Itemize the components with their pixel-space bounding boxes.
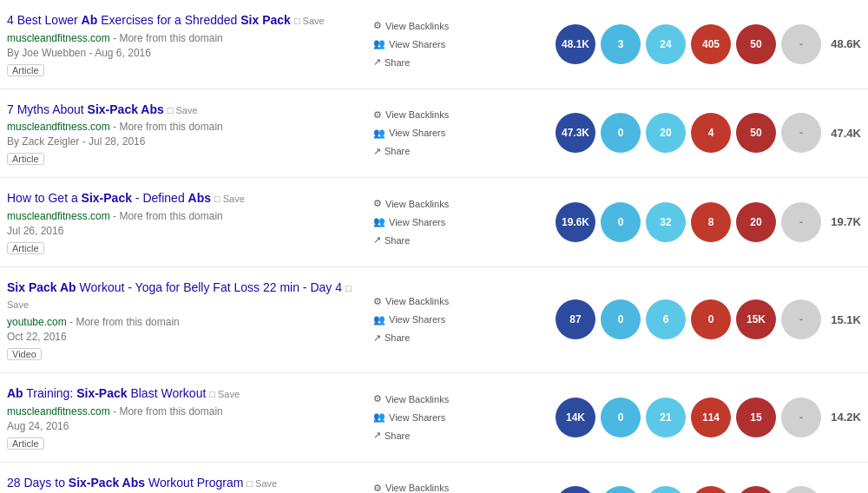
stat-total: 47.4K bbox=[826, 127, 861, 140]
result-stats: 19.6K032820-19.7K bbox=[469, 187, 868, 258]
stat-circle-2: 21 bbox=[646, 398, 686, 437]
result-author-date: By Joe Wuebben - Aug 6, 2016 bbox=[7, 47, 356, 59]
view-sharers-label: View Sharers bbox=[389, 314, 445, 325]
result-stats: 13.7K014232-13.8K bbox=[469, 471, 868, 493]
view-sharers-button[interactable]: 👥View Sharers bbox=[370, 36, 464, 51]
result-actions: ⚙View Backlinks👥View Sharers↗Share bbox=[365, 382, 469, 453]
stat-circle-1: 0 bbox=[601, 398, 641, 437]
result-actions: ⚙View Backlinks👥View Sharers↗Share bbox=[365, 471, 469, 493]
result-title-link[interactable]: 28 Days to Six-Pack Abs Workout Program bbox=[7, 476, 243, 490]
sharers-icon: 👥 bbox=[373, 314, 385, 325]
result-title-link[interactable]: Ab Training: Six-Pack Blast Workout bbox=[7, 386, 206, 400]
stat-total: 48.6K bbox=[826, 37, 861, 50]
result-domain: muscleandfitness.com - More from this do… bbox=[7, 210, 356, 222]
stat-circle-4: 15 bbox=[736, 398, 776, 437]
result-title: Ab Training: Six-Pack Blast Workout□ Sav… bbox=[7, 385, 356, 403]
result-title-link[interactable]: How to Get a Six-Pack - Defined Abs bbox=[7, 191, 211, 205]
backlinks-icon: ⚙ bbox=[373, 109, 382, 121]
stat-circle-2: 20 bbox=[646, 113, 686, 153]
sharers-icon: 👥 bbox=[373, 411, 385, 423]
stat-circle-2: 32 bbox=[646, 202, 686, 242]
result-row: 28 Days to Six-Pack Abs Workout Program□… bbox=[0, 463, 868, 493]
domain-link[interactable]: muscleandfitness.com bbox=[7, 121, 110, 133]
share-button[interactable]: ↗Share bbox=[370, 428, 464, 443]
stat-circle-1: 0 bbox=[601, 202, 641, 242]
result-actions: ⚙View Backlinks👥View Sharers↗Share bbox=[365, 98, 469, 169]
view-backlinks-button[interactable]: ⚙View Backlinks bbox=[370, 18, 464, 33]
view-sharers-button[interactable]: 👥View Sharers bbox=[370, 410, 464, 424]
result-type-badge: Article bbox=[7, 242, 44, 254]
result-row: Six Pack Ab Workout - Yoga for Belly Fat… bbox=[0, 267, 868, 373]
share-icon: ↗ bbox=[373, 332, 381, 344]
result-stats: 8706015K-15.1K bbox=[469, 276, 868, 364]
result-title: Six Pack Ab Workout - Yoga for Belly Fat… bbox=[7, 279, 356, 313]
share-button[interactable]: ↗Share bbox=[370, 55, 464, 69]
view-backlinks-label: View Backlinks bbox=[385, 394, 449, 404]
view-backlinks-button[interactable]: ⚙View Backlinks bbox=[370, 196, 464, 211]
view-sharers-button[interactable]: 👥View Sharers bbox=[370, 312, 464, 327]
domain-link[interactable]: muscleandfitness.com bbox=[7, 210, 110, 222]
domain-link[interactable]: muscleandfitness.com bbox=[7, 32, 110, 44]
result-left: 28 Days to Six-Pack Abs Workout Program□… bbox=[0, 471, 365, 493]
view-backlinks-label: View Backlinks bbox=[385, 296, 449, 306]
result-left: Six Pack Ab Workout - Yoga for Belly Fat… bbox=[0, 276, 365, 364]
stat-circle-5: - bbox=[781, 113, 821, 153]
stat-circle-0: 13.7K bbox=[556, 486, 595, 493]
result-row: 7 Myths About Six-Pack Abs□ Savemusclean… bbox=[0, 89, 868, 179]
domain-link[interactable]: muscleandfitness.com bbox=[7, 405, 110, 417]
stat-circle-2: 24 bbox=[646, 24, 686, 64]
share-button[interactable]: ↗Share bbox=[370, 233, 464, 247]
domain-link[interactable]: youtube.com bbox=[7, 316, 67, 328]
result-left: 4 Best Lower Ab Exercises for a Shredded… bbox=[0, 9, 365, 80]
result-title-link[interactable]: 7 Myths About Six-Pack Abs bbox=[7, 102, 164, 116]
results-container: 4 Best Lower Ab Exercises for a Shredded… bbox=[0, 0, 868, 493]
result-title-link[interactable]: Six Pack Ab Workout - Yoga for Belly Fat… bbox=[7, 280, 342, 294]
view-backlinks-button[interactable]: ⚙View Backlinks bbox=[370, 294, 464, 309]
result-row: 4 Best Lower Ab Exercises for a Shredded… bbox=[0, 0, 868, 89]
save-link[interactable]: □ Save bbox=[214, 194, 245, 204]
result-title: 4 Best Lower Ab Exercises for a Shredded… bbox=[7, 12, 356, 30]
result-type-badge: Article bbox=[7, 64, 44, 76]
view-sharers-button[interactable]: 👥View Sharers bbox=[370, 126, 464, 141]
view-backlinks-button[interactable]: ⚙View Backlinks bbox=[370, 108, 464, 122]
result-actions: ⚙View Backlinks👥View Sharers↗Share bbox=[365, 9, 469, 80]
share-icon: ↗ bbox=[373, 146, 381, 157]
stat-circle-4: 50 bbox=[736, 24, 776, 64]
stat-circle-4: 50 bbox=[736, 113, 776, 153]
view-backlinks-button[interactable]: ⚙View Backlinks bbox=[370, 481, 464, 493]
view-backlinks-button[interactable]: ⚙View Backlinks bbox=[370, 391, 464, 406]
view-backlinks-label: View Backlinks bbox=[385, 109, 449, 120]
view-sharers-label: View Sharers bbox=[389, 217, 445, 227]
save-link[interactable]: □ Save bbox=[209, 389, 240, 399]
share-button[interactable]: ↗Share bbox=[370, 144, 464, 159]
result-left: How to Get a Six-Pack - Defined Abs□ Sav… bbox=[0, 187, 365, 258]
result-title-link[interactable]: 4 Best Lower Ab Exercises for a Shredded… bbox=[7, 13, 291, 27]
stat-circle-5: - bbox=[781, 24, 821, 64]
stat-circle-2: 6 bbox=[646, 299, 686, 339]
result-type-badge: Video bbox=[7, 348, 42, 360]
result-stats: 47.3K020450-47.4K bbox=[469, 98, 868, 169]
stat-circle-1: 0 bbox=[601, 299, 641, 339]
save-link[interactable]: □ Save bbox=[168, 105, 198, 115]
result-type-badge: Article bbox=[7, 153, 44, 165]
result-actions: ⚙View Backlinks👥View Sharers↗Share bbox=[365, 276, 469, 364]
stat-circle-5: - bbox=[781, 398, 821, 437]
save-link[interactable]: □ Save bbox=[294, 16, 325, 26]
result-stats: 48.1K32440550-48.6K bbox=[469, 9, 868, 80]
view-backlinks-label: View Backlinks bbox=[385, 199, 449, 209]
backlinks-icon: ⚙ bbox=[373, 393, 382, 404]
result-row: How to Get a Six-Pack - Defined Abs□ Sav… bbox=[0, 178, 868, 267]
stat-circle-5: - bbox=[781, 202, 821, 242]
save-link[interactable]: □ Save bbox=[247, 478, 277, 489]
stat-circle-3: 42 bbox=[691, 486, 731, 493]
result-title: 7 Myths About Six-Pack Abs□ Save bbox=[7, 102, 356, 119]
view-sharers-button[interactable]: 👥View Sharers bbox=[370, 214, 464, 229]
share-label: Share bbox=[385, 146, 410, 156]
result-left: Ab Training: Six-Pack Blast Workout□ Sav… bbox=[0, 382, 365, 453]
share-button[interactable]: ↗Share bbox=[370, 331, 464, 345]
stat-circle-1: 3 bbox=[601, 24, 641, 64]
stat-circle-0: 87 bbox=[556, 299, 595, 339]
result-author-date: Aug 24, 2016 bbox=[7, 420, 356, 432]
view-sharers-label: View Sharers bbox=[389, 39, 445, 49]
stat-total: 14.2K bbox=[826, 411, 861, 424]
